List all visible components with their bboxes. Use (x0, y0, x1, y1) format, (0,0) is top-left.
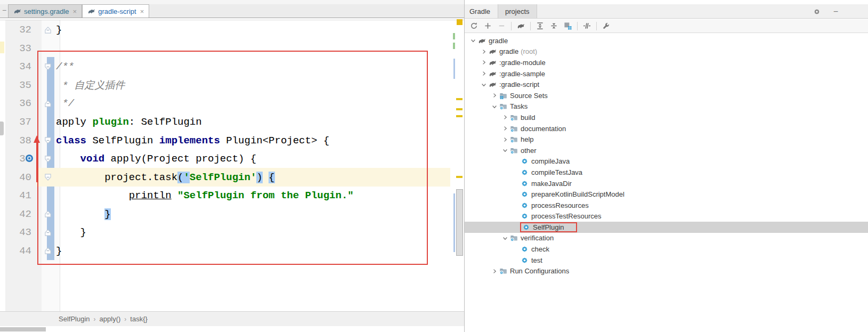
tree-item-processTestResources[interactable]: processTestResources (465, 211, 868, 222)
code-line-34[interactable]: 34/** (0, 58, 450, 76)
tree-item-SelfPlugin[interactable]: SelfPlugin (465, 222, 868, 233)
tree-item-documentation[interactable]: documentation (465, 123, 868, 134)
code-line-40[interactable]: 40 project.task('SelfPlugin') { (0, 168, 450, 187)
stripe-mark-yellow[interactable] (456, 176, 463, 178)
modules-icon[interactable] (563, 21, 572, 30)
fold-marker[interactable] (36, 100, 56, 108)
code-line-37[interactable]: 37apply plugin: SelfPlugin (0, 113, 450, 132)
code-line-44[interactable]: 44} (0, 242, 450, 261)
chevron-down-icon[interactable] (469, 36, 477, 45)
tree-item-makeJavaDir[interactable]: makeJavaDir (465, 178, 868, 189)
stripe-mark-green[interactable] (453, 43, 455, 49)
tree-item-check[interactable]: check (465, 244, 868, 255)
code-text[interactable]: } (56, 245, 450, 257)
fold-marker[interactable] (36, 210, 56, 218)
tree-item-processResources[interactable]: processResources (465, 200, 868, 211)
code-text[interactable]: */ (56, 98, 450, 109)
code-line-38[interactable]: 38class SelfPlugin implements Plugin<Pro… (0, 131, 450, 150)
fold-marker[interactable] (36, 229, 56, 237)
code-text[interactable]: * 自定义插件 (56, 78, 450, 92)
code-line-41[interactable]: 41 println "SelfPlugin from the Plugin." (0, 187, 450, 205)
tree-item-:gradle-script[interactable]: :gradle-script (465, 79, 868, 90)
run-gutter-icon[interactable] (26, 155, 33, 162)
stripe-mark-yellow-square[interactable] (457, 19, 463, 25)
pane-minus-icon[interactable]: − (1, 6, 8, 14)
stripe-mark-blue[interactable] (453, 59, 455, 79)
chevron-right-icon[interactable] (480, 58, 488, 67)
breadcrumb-item[interactable]: apply() (100, 315, 121, 323)
tree-item-compileTestJava[interactable]: compileTestJava (465, 167, 868, 178)
chevron-right-icon[interactable] (490, 267, 499, 276)
fold-marker[interactable] (36, 173, 56, 181)
editor-tab-gradle-script[interactable]: gradle-script× (82, 4, 149, 18)
tree-item-compileJava[interactable]: compileJava (465, 156, 868, 167)
fold-marker[interactable] (36, 155, 56, 163)
minimize-icon[interactable]: − (831, 7, 840, 16)
code-area[interactable]: 32}3334/**35 * 自定义插件36 */37apply plugin:… (0, 21, 450, 260)
tree-item-prepareKotlinBuildScriptModel[interactable]: prepareKotlinBuildScriptModel (465, 189, 868, 200)
chevron-right-icon[interactable] (480, 69, 488, 78)
fold-marker[interactable] (36, 247, 56, 255)
code-line-36[interactable]: 36 */ (0, 94, 450, 113)
toggle-offline-icon[interactable] (582, 21, 591, 30)
tree-item-Tasks[interactable]: Tasks (465, 101, 868, 112)
tree-item-Source Sets[interactable]: Source Sets (465, 90, 868, 101)
close-icon[interactable]: × (73, 7, 77, 15)
code-text[interactable]: class SelfPlugin implements Plugin<Proje… (56, 135, 450, 147)
code-text[interactable]: } (56, 208, 450, 220)
remove-icon[interactable] (497, 21, 506, 30)
tree-item-test[interactable]: test (465, 255, 868, 266)
chevron-down-icon[interactable] (501, 234, 509, 242)
collapse-all-icon[interactable] (549, 21, 558, 30)
tree-item-build[interactable]: build (465, 112, 868, 123)
code-line-43[interactable]: 43 } (0, 223, 450, 242)
chevron-right-icon[interactable] (501, 113, 509, 122)
tree-item-help[interactable]: help (465, 134, 868, 145)
code-text[interactable]: project.task('SelfPlugin') { (56, 172, 450, 183)
code-line-42[interactable]: 42 } (0, 205, 450, 223)
tree-item-verification[interactable]: verification (465, 233, 868, 244)
code-text[interactable]: } (56, 226, 450, 238)
close-icon[interactable]: × (140, 7, 144, 15)
code-line-35[interactable]: 35 * 自定义插件 (0, 76, 450, 95)
tab-projects[interactable]: projects (498, 4, 537, 18)
chevron-right-icon[interactable] (480, 47, 488, 56)
gear-icon[interactable] (812, 7, 821, 16)
horizontal-scrollbar-thumb[interactable] (0, 327, 46, 331)
tree-item-Run Configurations[interactable]: Run Configurations (465, 265, 868, 277)
code-line-32[interactable]: 32} (0, 21, 450, 39)
vertical-scrollbar-thumb[interactable] (456, 189, 463, 256)
expand-all-icon[interactable] (536, 21, 545, 30)
chevron-down-icon[interactable] (501, 146, 509, 155)
code-line-33[interactable]: 33 (0, 39, 450, 58)
fold-marker[interactable] (36, 26, 56, 34)
gradle-icon[interactable] (516, 21, 525, 30)
fold-marker[interactable] (36, 136, 56, 144)
code-text[interactable]: void apply(Project project) { (56, 153, 450, 165)
chevron-down-icon[interactable] (480, 80, 488, 89)
chevron-right-icon[interactable] (501, 124, 509, 133)
code-text[interactable]: /** (56, 61, 450, 72)
tree-item-:gradle-module[interactable]: :gradle-module (465, 57, 868, 68)
chevron-right-icon[interactable] (501, 135, 509, 144)
code-line-39[interactable]: 39 void apply(Project project) { (0, 150, 450, 168)
fold-marker[interactable] (36, 63, 56, 71)
tree-item-other[interactable]: other (465, 145, 868, 156)
chevron-right-icon[interactable] (490, 91, 499, 100)
breadcrumb-item[interactable]: SelfPlugin (59, 315, 90, 323)
stripe-mark-green[interactable] (453, 33, 455, 39)
stripe-mark-blue[interactable] (453, 193, 455, 252)
stripe-mark-yellow[interactable] (456, 115, 463, 117)
tree-item-gradle[interactable]: gradle(root) (465, 46, 868, 58)
stripe-mark-yellow[interactable] (456, 108, 463, 110)
chevron-down-icon[interactable] (490, 102, 499, 111)
stripe-mark-yellow[interactable] (456, 98, 463, 100)
add-icon[interactable] (483, 21, 492, 30)
editor-tab-settings.gradle[interactable]: settings.gradle× (8, 4, 82, 18)
tree-item-gradle[interactable]: gradle (465, 35, 868, 46)
code-text[interactable]: apply plugin: SelfPlugin (56, 116, 450, 128)
code-text[interactable]: println "SelfPlugin from the Plugin." (56, 190, 450, 201)
breadcrumb-item[interactable]: task{} (130, 315, 148, 323)
tree-item-:gradle-sample[interactable]: :gradle-sample (465, 68, 868, 79)
code-text[interactable]: } (56, 24, 450, 36)
